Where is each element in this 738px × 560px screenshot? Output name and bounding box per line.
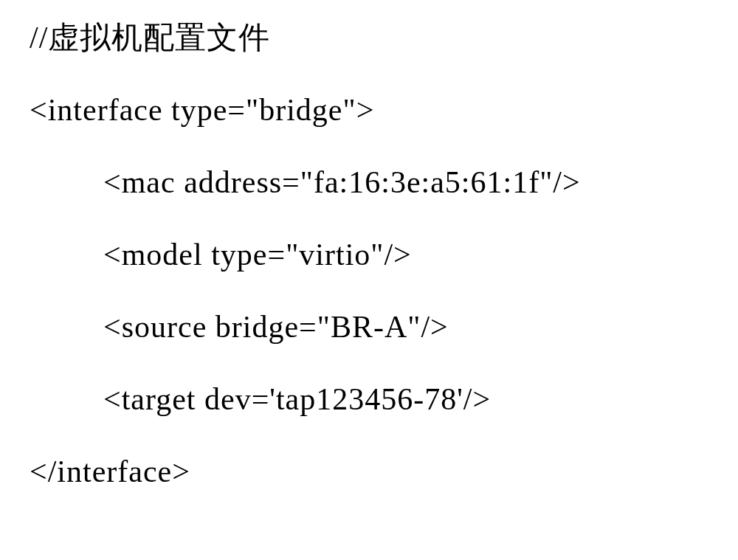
code-line-interface-close: </interface> — [30, 456, 708, 487]
code-line-mac: <mac address="fa:16:3e:a5:61:1f"/> — [30, 167, 708, 198]
code-line-model: <model type="virtio"/> — [30, 239, 708, 270]
code-line-source: <source bridge="BR-A"/> — [30, 311, 708, 342]
code-line-interface-open: <interface type="bridge"> — [30, 94, 708, 125]
code-line-target: <target dev='tap123456-78'/> — [30, 384, 708, 415]
code-comment: //虚拟机配置文件 — [30, 22, 708, 53]
